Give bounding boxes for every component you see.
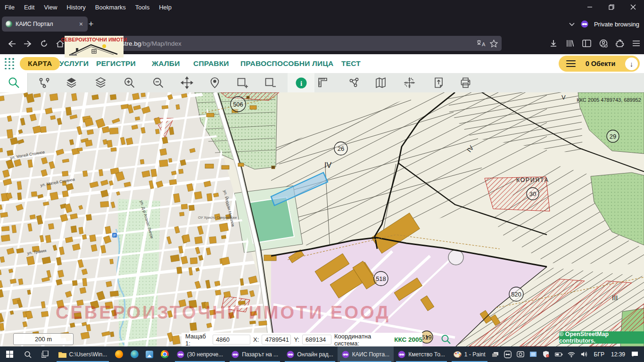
measure-area-icon[interactable] xyxy=(347,76,360,89)
svg-text:i: i xyxy=(300,79,302,87)
tool-info-active[interactable]: i xyxy=(288,73,314,92)
taskbar-photos-icon[interactable] xyxy=(142,346,157,362)
layers-filled-icon[interactable] xyxy=(65,76,78,89)
library-icon[interactable] xyxy=(566,39,574,48)
measure-length-icon[interactable] xyxy=(317,76,330,89)
close-icon[interactable] xyxy=(622,0,644,14)
scale-input[interactable]: 4860 xyxy=(213,335,250,345)
account-icon[interactable] xyxy=(599,39,608,48)
app-menu-icon[interactable] xyxy=(632,40,640,47)
y-value[interactable]: 689134 xyxy=(302,335,331,345)
taskbar-window-paint[interactable]: 1 - Paint xyxy=(449,346,490,362)
tray-wifi-icon[interactable] xyxy=(566,346,577,362)
x-value[interactable]: 4789541 xyxy=(262,335,291,345)
taskbar-window-online-rad[interactable]: Онлайн рад... xyxy=(282,346,338,362)
tab-close-icon[interactable]: × xyxy=(78,20,84,28)
restore-icon[interactable] xyxy=(601,0,622,14)
menu-view[interactable]: View xyxy=(39,4,62,11)
select-add-icon[interactable] xyxy=(236,76,249,89)
url-bar[interactable]: kais.cadastre.bg/bg/Map/Index A xyxy=(71,36,502,51)
tray-clock[interactable]: 12:39 xyxy=(609,351,627,358)
area-label-koriyata: КОРИЯТА xyxy=(516,177,549,183)
tray-teamviewer-icon[interactable] xyxy=(503,346,513,362)
print-icon[interactable] xyxy=(459,76,472,89)
taskbar-window-mail[interactable]: (30 непроче... xyxy=(173,346,228,362)
taskbar-edge-icon[interactable] xyxy=(127,346,142,362)
nav-test[interactable]: ТЕСТ xyxy=(341,58,361,69)
taskbar-chrome-icon[interactable] xyxy=(157,346,172,362)
nav-registri[interactable]: РЕГИСТРИ xyxy=(96,58,136,69)
tab-title: КАИС Портал xyxy=(16,21,75,27)
forward-icon[interactable] xyxy=(20,36,36,51)
menu-edit[interactable]: Edit xyxy=(19,4,39,11)
menu-file[interactable]: File xyxy=(0,4,19,11)
pan-icon[interactable] xyxy=(181,76,193,89)
tray-battery-icon[interactable] xyxy=(553,346,564,362)
nav-zhalbi[interactable]: ЖАЛБИ xyxy=(152,58,180,69)
coordinate-grid-icon[interactable] xyxy=(403,76,416,89)
info-icon: i xyxy=(295,77,307,89)
tray-language[interactable]: БГР xyxy=(592,351,607,358)
nav-karta[interactable]: КАРТА xyxy=(20,57,60,70)
parcel-label-26: 26 xyxy=(338,145,344,152)
reload-icon[interactable] xyxy=(36,36,52,51)
layers-outline-icon[interactable] xyxy=(94,76,107,89)
map-canvas[interactable]: P 506 26 29 30 518 520 519 IV xyxy=(0,92,644,346)
sidebar-icon[interactable] xyxy=(582,40,591,47)
downloads-icon[interactable] xyxy=(549,39,558,48)
start-button[interactable] xyxy=(0,346,19,362)
new-tab-button[interactable]: + xyxy=(85,18,97,30)
route-icon[interactable] xyxy=(38,76,51,89)
zoom-out-icon[interactable] xyxy=(152,76,165,89)
bookmark-star-icon[interactable] xyxy=(490,40,498,48)
tab-kais-portal[interactable]: КАИС Портал × xyxy=(2,16,88,32)
crs-value[interactable]: ККС 2005 xyxy=(394,336,422,343)
taskbar-explorer-window[interactable]: C:\Users\Win... xyxy=(54,346,112,362)
tray-notifications-icon[interactable] xyxy=(629,346,640,362)
taskbar-search-icon[interactable] xyxy=(19,346,37,362)
browser-menubar: File Edit View History Bookmarks Tools H… xyxy=(0,0,644,14)
agency-logo-overlay: СЕВЕРОИЗТОЧНИ ИМОТИ xyxy=(65,36,124,58)
zoom-in-icon[interactable] xyxy=(123,76,136,89)
objects-menu-icon xyxy=(566,60,576,67)
map-sheets-icon[interactable] xyxy=(374,76,387,89)
statusbar-search-icon[interactable] xyxy=(440,334,452,347)
taskbar-firefox-icon[interactable] xyxy=(111,346,127,362)
nav-pravosposobni-litsa[interactable]: ПРАВОСПОСОБНИ ЛИЦА xyxy=(240,58,333,69)
menu-help[interactable]: Help xyxy=(154,4,176,11)
tray-windows-icon[interactable] xyxy=(490,346,501,362)
task-view-icon[interactable] xyxy=(37,346,54,362)
objects-download-icon[interactable]: ↓ xyxy=(625,58,638,70)
nav-spravki[interactable]: СПРАВКИ xyxy=(193,58,229,69)
svg-text:A: A xyxy=(482,41,486,47)
menu-bookmarks[interactable]: Bookmarks xyxy=(91,4,131,11)
menu-history[interactable]: History xyxy=(62,4,90,11)
export-page-icon[interactable] xyxy=(432,76,445,89)
list-tabs-chevron-icon[interactable] xyxy=(569,21,575,27)
taskbar-window-kais-portal[interactable]: КАИС Порта... xyxy=(338,346,394,362)
objects-button[interactable]: 0 Обекти ↓ xyxy=(559,56,640,72)
location-pin-icon[interactable] xyxy=(208,76,221,89)
minimize-icon[interactable] xyxy=(579,0,601,14)
tray-display-icon[interactable] xyxy=(528,346,539,362)
crs-dropdown-icon[interactable]: ▼ xyxy=(425,335,429,340)
parcel-label-506: 506 xyxy=(233,101,243,108)
tray-volume-icon[interactable] xyxy=(579,346,590,362)
map-toolbar: i xyxy=(0,73,644,93)
tool-search[interactable] xyxy=(0,73,28,92)
extensions-icon[interactable] xyxy=(616,39,624,48)
url-path: /bg/Map/Index xyxy=(141,40,182,47)
menu-tools[interactable]: Tools xyxy=(131,4,154,11)
translate-icon[interactable]: A xyxy=(477,40,486,47)
taskbar-window-kmetstvo[interactable]: Кметство То... xyxy=(394,346,449,362)
tray-camera-icon[interactable] xyxy=(515,346,526,362)
select-remove-icon[interactable] xyxy=(264,76,277,89)
taskbar-window-pazarat[interactable]: Пазарът на ... xyxy=(227,346,282,362)
nav-uslugi[interactable]: УСЛУГИ xyxy=(59,58,89,69)
app-grid-icon[interactable] xyxy=(5,58,15,70)
roman-IV: IV xyxy=(324,161,331,169)
back-icon[interactable] xyxy=(4,36,20,51)
watermark-text: СЕВЕРОИЗТОЧНИ ИМОТИ ЕООД xyxy=(56,303,390,322)
tray-security-icon[interactable] xyxy=(541,346,552,362)
osm-attribution[interactable]: © OpenStreetMap contributors. xyxy=(559,331,644,344)
